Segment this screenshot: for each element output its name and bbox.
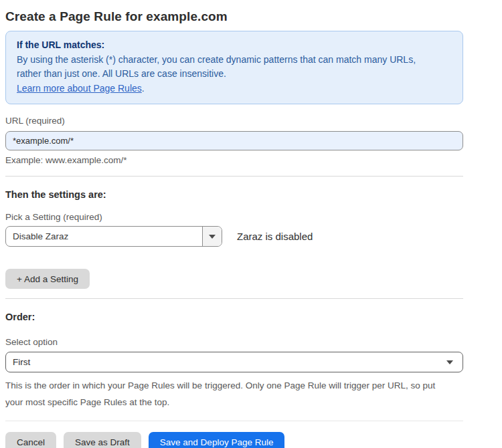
- url-input[interactable]: [5, 131, 463, 150]
- divider: [5, 298, 463, 299]
- page-title: Create a Page Rule for example.com: [5, 8, 463, 25]
- setting-status-note: Zaraz is disabled: [237, 231, 313, 242]
- form-actions: Cancel Save as Draft Save and Deploy Pag…: [5, 432, 463, 448]
- url-field-label: URL (required): [5, 116, 463, 126]
- setting-select-value: Disable Zaraz: [6, 227, 202, 246]
- info-box-heading: If the URL matches:: [17, 38, 452, 53]
- add-setting-button[interactable]: + Add a Setting: [5, 269, 90, 289]
- info-box-link-line: Learn more about Page Rules.: [17, 82, 452, 96]
- setting-select-arrow-button[interactable]: [202, 227, 222, 246]
- page-rule-form: Create a Page Rule for example.com If th…: [0, 0, 463, 448]
- order-select[interactable]: First: [5, 352, 463, 372]
- order-select-label: Select option: [5, 337, 463, 348]
- link-suffix: .: [142, 83, 145, 94]
- url-example-helper: Example: www.example.com/*: [5, 155, 463, 166]
- cancel-button[interactable]: Cancel: [5, 432, 56, 448]
- caret-down-icon: [209, 235, 216, 239]
- caret-down-icon: [446, 360, 453, 364]
- save-and-deploy-button[interactable]: Save and Deploy Page Rule: [149, 432, 285, 448]
- order-select-value: First: [13, 357, 30, 367]
- divider: [5, 176, 463, 177]
- setting-picker-label: Pick a Setting (required): [5, 212, 463, 223]
- setting-select[interactable]: Disable Zaraz: [5, 226, 222, 247]
- info-box-body: By using the asterisk (*) character, you…: [17, 53, 438, 82]
- setting-picker-row: Disable Zaraz Zaraz is disabled: [5, 226, 463, 247]
- divider: [5, 421, 463, 421]
- url-match-info-box: If the URL matches: By using the asteris…: [5, 31, 463, 104]
- order-section-heading: Order:: [5, 312, 463, 323]
- learn-more-link[interactable]: Learn more about Page Rules: [17, 83, 142, 94]
- order-helper-text: This is the order in which your Page Rul…: [5, 377, 454, 411]
- settings-section-heading: Then the settings are:: [5, 189, 463, 201]
- save-as-draft-button[interactable]: Save as Draft: [64, 432, 141, 448]
